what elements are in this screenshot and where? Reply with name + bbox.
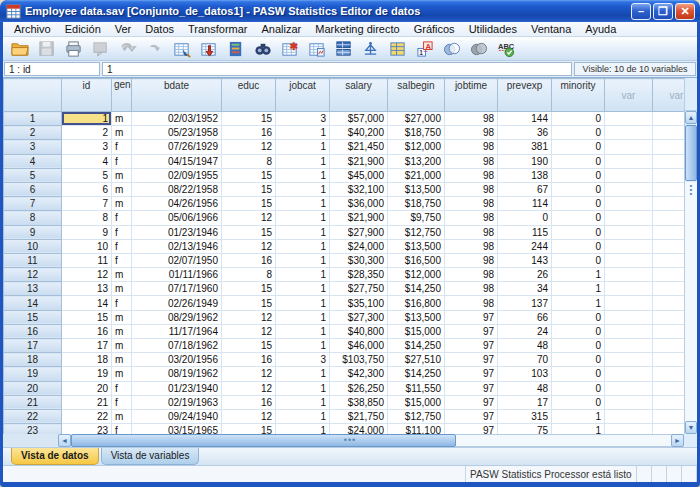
cell-gender-row22[interactable]: m <box>112 409 132 423</box>
cell-educ-row21[interactable]: 16 <box>222 395 276 409</box>
cell-salbegin-row2[interactable]: $18,750 <box>388 126 445 140</box>
cell-minority-row23[interactable]: 1 <box>552 424 605 434</box>
cell-educ-row11[interactable]: 16 <box>222 253 276 267</box>
cell-id-row3[interactable]: 3 <box>62 140 112 154</box>
row-header-10[interactable]: 10 <box>4 239 62 253</box>
cell-id-row8[interactable]: 8 <box>62 211 112 225</box>
cell-var1-row16[interactable] <box>605 324 653 338</box>
cell-salary-row16[interactable]: $40,800 <box>330 324 388 338</box>
cell-educ-row5[interactable]: 15 <box>222 168 276 182</box>
cell-gender-row8[interactable]: f <box>112 211 132 225</box>
cell-salbegin-row10[interactable]: $13,500 <box>388 239 445 253</box>
cell-jobcat-row17[interactable]: 1 <box>276 339 330 353</box>
cell-jobtime-row20[interactable]: 97 <box>445 381 498 395</box>
cell-jobtime-row18[interactable]: 97 <box>445 353 498 367</box>
cell-educ-row4[interactable]: 8 <box>222 154 276 168</box>
cell-jobtime-row15[interactable]: 97 <box>445 310 498 324</box>
row-header-14[interactable]: 14 <box>4 296 62 310</box>
cell-salbegin-row23[interactable]: $11,100 <box>388 424 445 434</box>
cell-jobcat-row16[interactable]: 1 <box>276 324 330 338</box>
row-header-2[interactable]: 2 <box>4 126 62 140</box>
cell-salary-row3[interactable]: $21,450 <box>330 140 388 154</box>
cell-jobtime-row12[interactable]: 98 <box>445 268 498 282</box>
cell-var1-row22[interactable] <box>605 409 653 423</box>
cell-salbegin-row11[interactable]: $16,500 <box>388 253 445 267</box>
cell-bdate-row10[interactable]: 02/13/1946 <box>132 239 222 253</box>
column-header-gender[interactable]: gender <box>112 79 132 112</box>
row-header-1[interactable]: 1 <box>4 112 62 126</box>
scroll-down-icon[interactable]: ▼ <box>685 421 697 434</box>
cell-var2-row4[interactable] <box>653 154 685 168</box>
cell-gender-row23[interactable]: f <box>112 424 132 434</box>
cell-jobtime-row9[interactable]: 98 <box>445 225 498 239</box>
cell-jobtime-row2[interactable]: 98 <box>445 126 498 140</box>
cell-var2-row19[interactable] <box>653 367 685 381</box>
cell-bdate-row13[interactable]: 07/17/1960 <box>132 282 222 296</box>
cell-educ-row19[interactable]: 12 <box>222 367 276 381</box>
cell-bdate-row7[interactable]: 04/26/1956 <box>132 197 222 211</box>
cell-salary-row10[interactable]: $24,000 <box>330 239 388 253</box>
row-header-23[interactable]: 23 <box>4 424 62 434</box>
cell-jobcat-row18[interactable]: 3 <box>276 353 330 367</box>
cell-prevexp-row4[interactable]: 190 <box>498 154 552 168</box>
cell-jobcat-row1[interactable]: 3 <box>276 112 330 126</box>
cell-jobcat-row9[interactable]: 1 <box>276 225 330 239</box>
column-header-bdate[interactable]: bdate <box>132 79 222 112</box>
cell-gender-row14[interactable]: f <box>112 296 132 310</box>
cell-jobcat-row6[interactable]: 1 <box>276 182 330 196</box>
row-header-5[interactable]: 5 <box>4 168 62 182</box>
cell-id-row21[interactable]: 21 <box>62 395 112 409</box>
cell-minority-row18[interactable]: 0 <box>552 353 605 367</box>
cell-var2-row20[interactable] <box>653 381 685 395</box>
maximize-button[interactable]: ❐ <box>653 3 673 20</box>
vertical-scrollbar[interactable]: ▲ ••• ▼ <box>684 78 697 434</box>
cell-id-row10[interactable]: 10 <box>62 239 112 253</box>
cell-bdate-row12[interactable]: 01/11/1966 <box>132 268 222 282</box>
cell-prevexp-row13[interactable]: 34 <box>498 282 552 296</box>
cell-var1-row19[interactable] <box>605 367 653 381</box>
cell-jobtime-row8[interactable]: 98 <box>445 211 498 225</box>
cell-id-row15[interactable]: 15 <box>62 310 112 324</box>
row-header-8[interactable]: 8 <box>4 211 62 225</box>
cell-var1-row23[interactable] <box>605 424 653 434</box>
cell-salary-row14[interactable]: $35,100 <box>330 296 388 310</box>
find-icon[interactable] <box>250 38 276 60</box>
cell-salbegin-row6[interactable]: $13,500 <box>388 182 445 196</box>
cell-salbegin-row19[interactable]: $14,250 <box>388 367 445 381</box>
cell-var1-row2[interactable] <box>605 126 653 140</box>
open-file-icon[interactable] <box>7 38 33 60</box>
cell-minority-row21[interactable]: 0 <box>552 395 605 409</box>
cell-editor-field[interactable]: 1 <box>102 62 572 76</box>
horizontal-scroll-track[interactable] <box>456 434 671 447</box>
cell-prevexp-row3[interactable]: 381 <box>498 140 552 154</box>
cell-bdate-row22[interactable]: 09/24/1940 <box>132 409 222 423</box>
cell-prevexp-row15[interactable]: 66 <box>498 310 552 324</box>
cell-salbegin-row1[interactable]: $27,000 <box>388 112 445 126</box>
cell-salary-row18[interactable]: $103,750 <box>330 353 388 367</box>
cell-bdate-row4[interactable]: 04/15/1947 <box>132 154 222 168</box>
cell-salary-row11[interactable]: $30,300 <box>330 253 388 267</box>
cell-var2-row7[interactable] <box>653 197 685 211</box>
cell-jobcat-row21[interactable]: 1 <box>276 395 330 409</box>
cell-gender-row6[interactable]: m <box>112 182 132 196</box>
cell-salbegin-row3[interactable]: $12,000 <box>388 140 445 154</box>
cell-salbegin-row22[interactable]: $12,750 <box>388 409 445 423</box>
cell-minority-row8[interactable]: 0 <box>552 211 605 225</box>
cell-salary-row12[interactable]: $28,350 <box>330 268 388 282</box>
cell-jobcat-row13[interactable]: 1 <box>276 282 330 296</box>
cell-bdate-row20[interactable]: 01/23/1940 <box>132 381 222 395</box>
cell-prevexp-row11[interactable]: 143 <box>498 253 552 267</box>
cell-prevexp-row9[interactable]: 115 <box>498 225 552 239</box>
row-header-19[interactable]: 19 <box>4 367 62 381</box>
cell-id-row11[interactable]: 11 <box>62 253 112 267</box>
tab-variable-view[interactable]: Vista de variables <box>101 448 200 465</box>
cell-educ-row7[interactable]: 15 <box>222 197 276 211</box>
variables-icon[interactable] <box>223 38 249 60</box>
cell-salbegin-row5[interactable]: $21,000 <box>388 168 445 182</box>
insert-variable-icon[interactable] <box>304 38 330 60</box>
cell-minority-row6[interactable]: 0 <box>552 182 605 196</box>
cell-var1-row6[interactable] <box>605 182 653 196</box>
cell-var2-row15[interactable] <box>653 310 685 324</box>
cell-bdate-row9[interactable]: 01/23/1946 <box>132 225 222 239</box>
horizontal-scrollbar[interactable]: ◄ ► ••• <box>3 434 697 447</box>
